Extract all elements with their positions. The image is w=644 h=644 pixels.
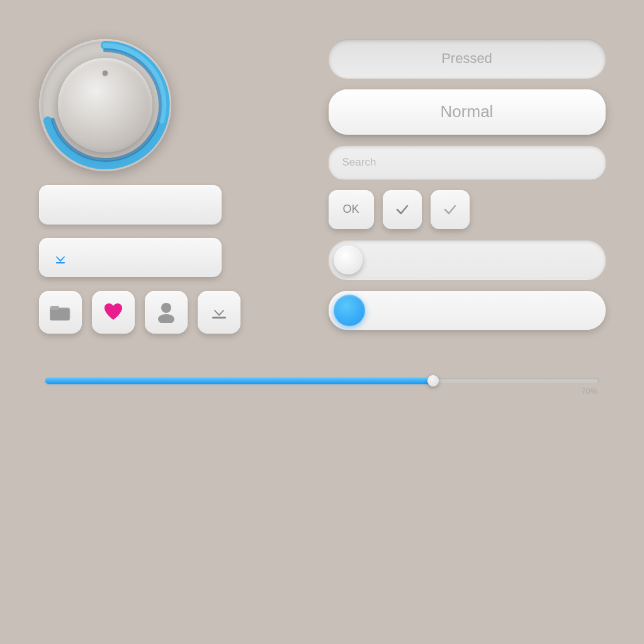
ok-label: OK bbox=[342, 203, 359, 216]
svg-marker-9 bbox=[214, 304, 224, 316]
normal-label: Normal bbox=[441, 102, 494, 121]
search-placeholder: Search bbox=[342, 156, 376, 169]
knob-inner bbox=[58, 58, 152, 152]
progress-track[interactable] bbox=[45, 378, 599, 384]
heart-icon bbox=[103, 302, 124, 322]
svg-rect-5 bbox=[50, 306, 59, 310]
person-button[interactable] bbox=[145, 291, 188, 334]
search-field[interactable]: Search bbox=[329, 146, 606, 179]
svg-point-7 bbox=[158, 314, 174, 323]
toggle-off[interactable] bbox=[329, 240, 606, 280]
svg-rect-2 bbox=[56, 262, 65, 264]
checkbox-row: OK bbox=[329, 190, 606, 229]
right-column: Pressed Normal Search OK bbox=[329, 39, 606, 330]
left-column bbox=[39, 39, 316, 334]
folder-button[interactable] bbox=[39, 291, 82, 334]
progress-section: 70% bbox=[39, 378, 606, 396]
download-button[interactable] bbox=[39, 238, 222, 277]
svg-marker-1 bbox=[56, 252, 65, 262]
progress-label: 70% bbox=[45, 387, 599, 396]
knob-dot bbox=[103, 71, 108, 76]
wide-button-blank[interactable] bbox=[39, 185, 222, 224]
checkmark-icon-1 bbox=[394, 201, 410, 218]
main-container: Pressed Normal Search OK bbox=[39, 39, 606, 606]
ok-button[interactable]: OK bbox=[329, 190, 374, 229]
toggle-thumb-off bbox=[334, 246, 363, 274]
pressed-label: Pressed bbox=[441, 50, 492, 67]
download-small-button[interactable] bbox=[198, 291, 240, 334]
download-small-icon bbox=[210, 302, 229, 323]
checkbox-checked-1[interactable] bbox=[383, 190, 422, 229]
progress-fill bbox=[45, 378, 433, 384]
toggle-thumb-on bbox=[334, 295, 365, 326]
svg-rect-8 bbox=[212, 317, 226, 319]
person-icon bbox=[157, 302, 176, 323]
knob-outer-ring bbox=[39, 39, 171, 171]
toggle-on[interactable] bbox=[329, 291, 606, 330]
folder-icon bbox=[50, 303, 71, 321]
checkbox-checked-2[interactable] bbox=[431, 190, 470, 229]
checkmark-icon-2 bbox=[442, 201, 458, 218]
svg-point-6 bbox=[161, 303, 171, 313]
heart-button[interactable] bbox=[92, 291, 135, 334]
progress-thumb bbox=[427, 375, 439, 387]
icon-button-row bbox=[39, 291, 240, 334]
pressed-button[interactable]: Pressed bbox=[329, 39, 606, 78]
knob-widget[interactable] bbox=[39, 39, 171, 171]
download-icon bbox=[50, 247, 71, 268]
normal-button[interactable]: Normal bbox=[329, 89, 606, 135]
